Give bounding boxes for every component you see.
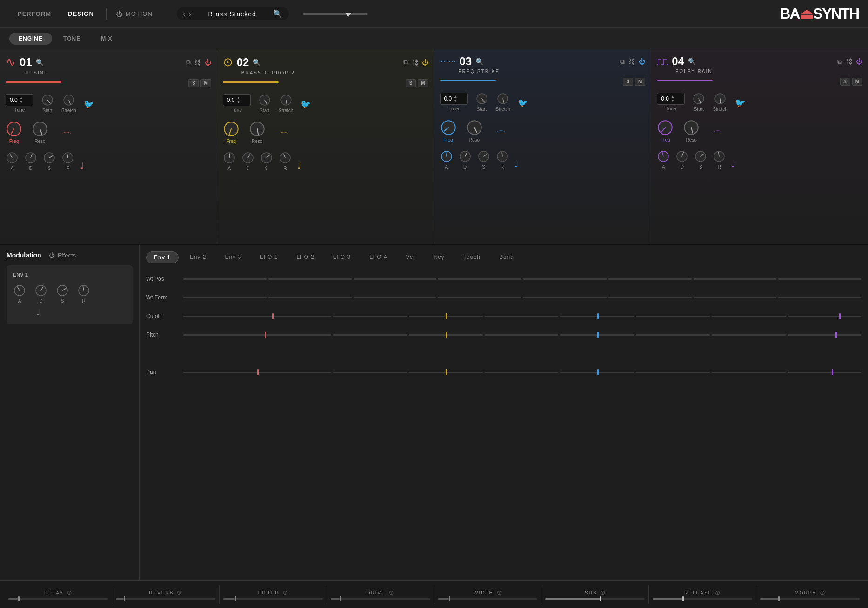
cutoff-marker-blue[interactable] — [597, 313, 599, 319]
fx-filter[interactable]: FILTER ⊕ — [220, 587, 327, 601]
mute-btn-2[interactable]: M — [418, 79, 428, 87]
design-nav[interactable]: DESIGN — [60, 10, 102, 17]
solo-btn-2[interactable]: S — [406, 79, 416, 87]
s-knob-1[interactable] — [43, 151, 56, 164]
engine-search-3[interactable]: 🔍 — [475, 58, 483, 65]
pan-marker-red[interactable] — [257, 369, 259, 375]
bird-icon-4[interactable]: 🐦 — [735, 98, 745, 108]
wtpos-seg5[interactable] — [523, 278, 607, 280]
fx-morph[interactable]: MORPH ⊕ — [756, 587, 863, 601]
fx-width-track[interactable] — [438, 598, 538, 600]
bird-icon-3[interactable]: 🐦 — [518, 98, 528, 108]
freq-knob-1[interactable] — [6, 121, 22, 137]
fx-sub[interactable]: SUB ⊕ — [541, 587, 648, 601]
wtpos-seg3[interactable] — [354, 278, 437, 280]
stretch-knob-1[interactable] — [62, 94, 75, 107]
fx-drive[interactable]: DRIVE ⊕ — [327, 587, 434, 601]
freq-knob-2[interactable] — [223, 121, 240, 137]
engine-copy-icon-3[interactable]: ⧉ — [620, 58, 625, 66]
wtpos-seg4[interactable] — [438, 278, 521, 280]
pitch-marker-red[interactable] — [265, 332, 266, 338]
wtpos-seg2[interactable] — [268, 278, 352, 280]
mod-tab-key[interactable]: Key — [426, 251, 452, 263]
fx-morph-plus[interactable]: ⊕ — [820, 589, 825, 596]
pan-marker-purple[interactable] — [832, 369, 833, 375]
perform-nav[interactable]: PERFORM — [9, 10, 60, 17]
a-knob-4[interactable] — [657, 150, 670, 163]
tone-tab[interactable]: TONE — [54, 33, 90, 45]
engine-link-icon-1[interactable]: ⛓ — [194, 59, 201, 66]
fx-filter-track[interactable] — [223, 598, 323, 600]
tune-box-3[interactable]: 0.0 ▲▼ — [440, 93, 468, 105]
bird-icon-1[interactable]: 🐦 — [84, 99, 94, 109]
volume-slider[interactable] — [303, 13, 368, 15]
engine-copy-icon-2[interactable]: ⧉ — [403, 58, 408, 66]
d-knob-4[interactable] — [675, 150, 688, 163]
mod-tab-env1[interactable]: Env 1 — [146, 251, 179, 263]
pitch-marker-blue[interactable] — [597, 332, 599, 338]
fx-reverb-plus[interactable]: ⊕ — [176, 589, 182, 596]
pitch-marker-yellow[interactable] — [446, 332, 447, 338]
fx-delay-plus[interactable]: ⊕ — [67, 589, 72, 596]
env-s-knob[interactable] — [56, 284, 69, 297]
engine-power-4[interactable]: ⏻ — [856, 58, 862, 65]
engine-copy-icon-4[interactable]: ⧉ — [837, 58, 842, 66]
mod-tab-env3[interactable]: Env 3 — [217, 251, 249, 263]
fx-width[interactable]: WIDTH ⊕ — [434, 587, 541, 601]
fx-width-plus[interactable]: ⊕ — [496, 589, 502, 596]
bird-icon-2[interactable]: 🐦 — [300, 99, 311, 109]
engine-tab[interactable]: ENGINE — [9, 33, 52, 45]
pitch-marker-purple[interactable] — [835, 332, 837, 338]
solo-btn-3[interactable]: S — [623, 78, 633, 86]
mute-btn-1[interactable]: M — [200, 79, 211, 87]
env-r-knob[interactable] — [77, 284, 90, 297]
engine-search-1[interactable]: 🔍 — [36, 59, 44, 66]
engine-power-2[interactable]: ⏻ — [422, 59, 428, 66]
mix-tab[interactable]: MIX — [92, 33, 121, 45]
solo-btn-1[interactable]: S — [188, 79, 199, 87]
d-knob-3[interactable] — [459, 150, 472, 163]
mod-tab-env2[interactable]: Env 2 — [182, 251, 214, 263]
mod-tab-lfo3[interactable]: LFO 3 — [326, 251, 358, 263]
mod-tab-lfo1[interactable]: LFO 1 — [253, 251, 285, 263]
stretch-knob-2[interactable] — [280, 94, 293, 107]
engine-copy-icon-1[interactable]: ⧉ — [186, 58, 191, 66]
fx-delay[interactable]: DELAY ⊕ — [5, 587, 112, 601]
engine-link-icon-2[interactable]: ⛓ — [412, 59, 418, 66]
start-knob-1[interactable] — [41, 94, 54, 107]
mod-tab-lfo2[interactable]: LFO 2 — [289, 251, 321, 263]
mute-btn-3[interactable]: M — [635, 78, 645, 86]
cutoff-marker-purple[interactable] — [839, 313, 841, 319]
tune-arrows-2[interactable]: ▲▼ — [236, 96, 240, 104]
fx-drive-track[interactable] — [331, 598, 430, 600]
start-knob-4[interactable] — [692, 92, 705, 105]
tune-arrows-3[interactable]: ▲▼ — [454, 95, 457, 103]
fx-release-track[interactable] — [653, 598, 752, 600]
wtpos-seg7[interactable] — [694, 278, 777, 280]
r-knob-2[interactable] — [279, 151, 292, 164]
fx-drive-plus[interactable]: ⊕ — [388, 589, 394, 596]
mod-tab-touch[interactable]: Touch — [456, 251, 488, 263]
tune-box-2[interactable]: 0.0 ▲▼ — [223, 94, 251, 106]
effects-btn[interactable]: ⏻ Effects — [49, 252, 76, 259]
freq-knob-3[interactable] — [440, 119, 457, 136]
start-knob-3[interactable] — [475, 92, 488, 105]
mod-tab-vel[interactable]: Vel — [399, 251, 423, 263]
fx-delay-track[interactable] — [8, 598, 108, 600]
mod-tab-lfo4[interactable]: LFO 4 — [362, 251, 394, 263]
s-knob-2[interactable] — [260, 151, 273, 164]
engine-link-icon-3[interactable]: ⛓ — [628, 58, 635, 65]
fx-release-plus[interactable]: ⊕ — [715, 589, 721, 596]
env-a-knob[interactable] — [13, 284, 26, 297]
mod-tab-bend[interactable]: Bend — [492, 251, 521, 263]
cutoff-marker-red[interactable] — [272, 313, 274, 319]
fx-sub-plus[interactable]: ⊕ — [600, 589, 606, 596]
tune-arrows-1[interactable]: ▲▼ — [20, 96, 23, 104]
stretch-knob-4[interactable] — [714, 92, 727, 105]
d-knob-2[interactable] — [241, 151, 254, 164]
a-knob-2[interactable] — [223, 151, 236, 164]
motion-nav[interactable]: ⏻ MOTION — [110, 10, 158, 18]
s-knob-3[interactable] — [477, 150, 490, 163]
a-knob-3[interactable] — [440, 150, 453, 163]
wtpos-seg1[interactable] — [183, 278, 267, 280]
